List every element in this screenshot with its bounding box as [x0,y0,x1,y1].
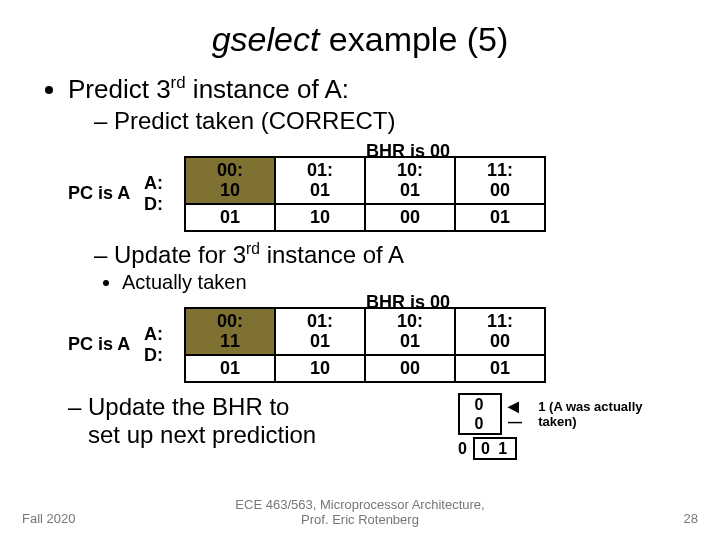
footer-right: 28 [684,511,698,526]
lower-left: Update the BHR to set up next prediction [68,391,368,449]
rowhdr-D-2: D: [144,345,168,366]
row-headers-1: A: D: [144,173,168,214]
bhr-diagram: 0 0 ◀— 1 (A was actually taken) 0 0 1 [458,393,680,461]
pht2-cell-D-11: 01 [455,355,545,382]
title-rest: example (5) [319,20,508,58]
pht-row-1: PC is A A: D: 00:10 01:01 10:01 11:00 [68,156,680,232]
bhr-line2: 0 0 1 [458,437,680,460]
sub-bullet-predict: Predict taken (CORRECT) [94,107,680,135]
row-headers-2: A: D: [144,324,168,365]
bullet-list-2c: Update the BHR to set up next prediction [68,393,368,449]
bhr-shift-out: 0 [458,440,467,458]
table-row: 00:11 01:01 10:01 11:00 [185,308,545,355]
bullet-list-1: Predict 3rd instance of A: Predict taken… [46,73,680,460]
sub3b: set up next prediction [88,421,316,448]
pht-cell-A-11: 11:00 [455,157,545,204]
bullet-list-2a: Predict taken (CORRECT) [68,107,680,135]
bullet-1-post: instance of A: [186,74,349,104]
table-row: 00:10 01:01 10:01 11:00 [185,157,545,204]
lower-right: 0 0 ◀— 1 (A was actually taken) 0 0 1 [398,391,680,461]
footer-center-l2: Prof. Eric Rotenberg [301,512,419,527]
pht-cell-A-01: 01:01 [275,157,365,204]
pht2-cell-D-10: 00 [365,355,455,382]
pht-cell-A-10: 10:01 [365,157,455,204]
sub2-post: instance of A [260,241,404,268]
sub-bullet-update: Update for 3rd instance of A Actually ta… [94,240,680,294]
pht-table-1: 00:10 01:01 10:01 11:00 01 10 00 01 [184,156,546,232]
pht-block-2: BHR is 00 PC is A A: D: 00:11 01:01 10:0… [68,292,680,383]
pht-cell-D-01: 10 [275,204,365,231]
pht-cell-D-11: 01 [455,204,545,231]
bullet-list-2b: Update for 3rd instance of A Actually ta… [68,240,680,294]
bhr-new-box: 0 1 [473,437,517,460]
pht2-cell-A-00: 00:11 [185,308,275,355]
pht2-cell-D-01: 10 [275,355,365,382]
pht-cell-D-00: 01 [185,204,275,231]
pht-cell-D-10: 00 [365,204,455,231]
bullet-1: Predict 3rd instance of A: Predict taken… [68,73,680,460]
sub-sub-bullet-actually: Actually taken [122,271,680,294]
pht2-cell-A-01: 01:01 [275,308,365,355]
pht2-cell-A-10: 10:01 [365,308,455,355]
bhr-note: 1 (A was actually taken) [538,399,680,429]
rowhdr-D-1: D: [144,194,168,215]
pht-block-1: BHR is 00 PC is A A: D: 00:10 01:01 10:0… [68,141,680,232]
arrow-left-icon: ◀— [508,398,532,430]
slide-title: gselect example (5) [40,20,680,59]
title-italic: gselect [212,20,320,58]
table-row: 01 10 00 01 [185,355,545,382]
pc-label-1: PC is A [68,183,128,204]
rowhdr-A-2: A: [144,324,168,345]
sub2-pre: Update for 3 [114,241,246,268]
pht-row-2: PC is A A: D: 00:11 01:01 10:01 11:00 [68,307,680,383]
bullet-1-sup: rd [171,73,186,92]
table-row: 01 10 00 01 [185,204,545,231]
sub3a: Update the BHR to [88,393,289,420]
slide: gselect example (5) Predict 3rd instance… [0,0,720,540]
footer-center: ECE 463/563, Microprocessor Architecture… [0,497,720,528]
pht-cell-A-00: 00:10 [185,157,275,204]
pht2-cell-A-11: 11:00 [455,308,545,355]
pc-label-2: PC is A [68,334,128,355]
rowhdr-A-1: A: [144,173,168,194]
bullet-1-pre: Predict 3 [68,74,171,104]
sub2-sup: rd [246,240,260,257]
footer-center-l1: ECE 463/563, Microprocessor Architecture… [235,497,484,512]
lower-split: Update the BHR to set up next prediction… [68,391,680,461]
bhr-old-box: 0 0 [458,393,502,435]
sub-bullet-update-bhr: Update the BHR to set up next prediction [68,393,368,449]
bullet-list-3: Actually taken [94,271,680,294]
pht2-cell-D-00: 01 [185,355,275,382]
pht-table-2: 00:11 01:01 10:01 11:00 01 10 00 01 [184,307,546,383]
